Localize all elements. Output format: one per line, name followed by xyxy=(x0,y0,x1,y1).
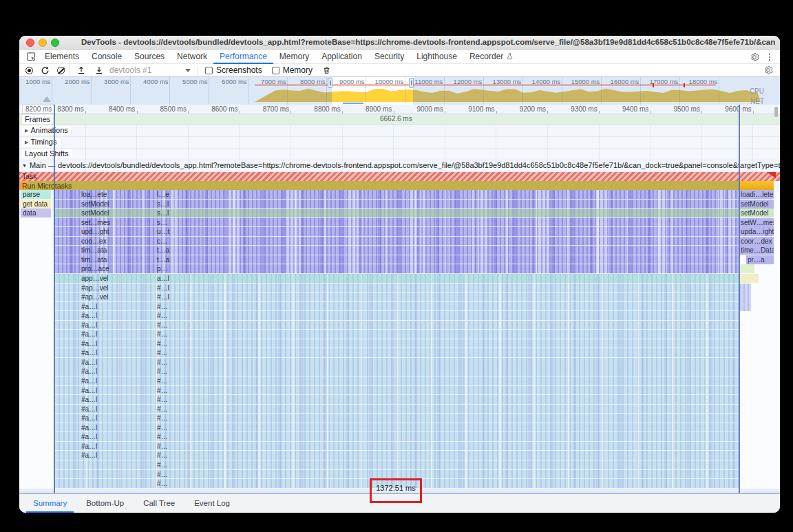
flame-event-bar-right[interactable]: loadi…lete xyxy=(739,190,774,199)
capture-settings-gear-icon[interactable] xyxy=(763,65,773,75)
run-microtasks-event-bar[interactable]: Run Microtasks xyxy=(19,181,780,190)
flame-event-label[interactable]: #a…l xyxy=(81,451,97,460)
flame-event-label[interactable]: #a…l xyxy=(81,432,97,441)
flame-event-bar-left[interactable]: data xyxy=(21,209,51,217)
flame-event-label[interactable]: #… xyxy=(157,432,168,441)
flame-event-bar-right[interactable]: pr…a xyxy=(746,255,774,264)
flame-event-label[interactable]: #… xyxy=(157,367,168,376)
flame-event-label[interactable]: #a…l xyxy=(81,386,97,395)
tab-lighthouse[interactable]: Lighthouse xyxy=(410,50,463,64)
tab-performance[interactable]: Performance xyxy=(213,50,273,64)
zoom-window-button[interactable] xyxy=(51,39,59,47)
flame-event-label[interactable]: #ap…vel xyxy=(81,284,108,292)
flame-event-label[interactable]: app…vel xyxy=(81,274,108,283)
chevron-right-icon[interactable]: ▶ xyxy=(25,126,28,135)
flame-event-label[interactable]: #… xyxy=(157,442,168,451)
flame-event-label[interactable]: #… xyxy=(157,460,168,469)
flame-event-label[interactable]: tim…ata xyxy=(81,255,107,264)
memory-checkbox[interactable] xyxy=(272,65,279,76)
tab-network[interactable]: Network xyxy=(171,50,213,64)
overview-strip[interactable]: CPU NET 1000 ms2000 ms3000 ms4000 ms5000… xyxy=(19,77,780,105)
screenshots-checkbox[interactable] xyxy=(205,65,213,76)
flame-event-label[interactable]: setModel xyxy=(81,200,109,209)
flame-event-label[interactable]: t…a xyxy=(157,255,169,264)
flame-event-label[interactable]: u…t xyxy=(157,227,169,236)
flame-event-label[interactable]: #a…l xyxy=(81,367,97,376)
flame-event-label[interactable]: #ap…vel xyxy=(81,292,108,301)
flame-event-bar-left[interactable]: get data xyxy=(21,200,51,209)
tab-security[interactable]: Security xyxy=(368,50,410,64)
flame-rows-layer[interactable]: parseloa…etel…eloadi…leteget datasetMode… xyxy=(19,190,780,489)
load-profile-icon[interactable] xyxy=(76,65,86,76)
layout-shifts-track-header[interactable]: Layout Shifts xyxy=(22,149,72,158)
tab-console[interactable]: Console xyxy=(85,50,128,64)
flame-event-label[interactable]: #a…l xyxy=(81,348,97,357)
flame-event-label[interactable]: #… xyxy=(157,302,168,311)
flame-event-label[interactable]: #…l xyxy=(157,292,169,301)
flame-event-bar-right[interactable]: setModel xyxy=(739,200,774,209)
flame-event-bar-right[interactable]: upda…ight xyxy=(739,227,774,236)
flame-event-label[interactable]: #… xyxy=(157,330,168,339)
task-event-bar[interactable]: Task xyxy=(19,172,780,182)
tab-sources[interactable]: Sources xyxy=(128,50,171,64)
vertical-scrollbar-thumb[interactable] xyxy=(774,107,778,117)
time-ruler[interactable]: 8200 ms8300 ms8400 ms8500 ms8600 ms8700 … xyxy=(19,105,780,114)
flame-event-label[interactable]: #… xyxy=(157,470,168,479)
chevron-right-icon[interactable]: ▶ xyxy=(25,138,28,147)
minimize-window-button[interactable] xyxy=(39,39,47,47)
flame-event-label[interactable]: #… xyxy=(157,451,168,460)
tab-memory[interactable]: Memory xyxy=(273,50,315,64)
reload-and-record-button[interactable] xyxy=(41,65,50,76)
flame-event-label[interactable]: #… xyxy=(157,321,168,330)
bottom-tab-event-log[interactable]: Event Log xyxy=(187,494,237,513)
frames-track-header[interactable]: Frames xyxy=(22,115,53,124)
tab-recorder[interactable]: Recorder xyxy=(463,50,520,64)
flame-event-label[interactable]: #a…l xyxy=(81,311,97,320)
flame-event-label[interactable]: #… xyxy=(157,339,168,348)
flame-event-label[interactable]: #a…l xyxy=(81,321,97,330)
flame-event-label[interactable]: #a…l xyxy=(81,376,97,385)
animations-track-header[interactable]: ▶Animations xyxy=(22,126,71,135)
flame-event-label[interactable]: #a…l xyxy=(81,414,97,423)
flame-event-label[interactable]: tim…ata xyxy=(81,246,107,255)
flame-event-label[interactable]: set…mes xyxy=(81,218,110,227)
flame-event-label[interactable]: s…l xyxy=(157,209,169,217)
flame-event-label[interactable]: pro…ace xyxy=(81,264,109,273)
main-thread-track-header[interactable]: ▼Main — devtools://devtools/bundled/devt… xyxy=(19,160,780,172)
range-start-line[interactable] xyxy=(54,105,55,493)
flame-event-label[interactable]: a…l xyxy=(157,274,169,283)
clear-button[interactable] xyxy=(57,65,65,76)
flame-event-bar-right[interactable]: coor…dex xyxy=(739,237,774,246)
flame-event-label[interactable]: #a…l xyxy=(81,330,97,339)
flame-event-label[interactable]: #a…l xyxy=(81,405,97,414)
titlebar[interactable]: DevTools - devtools://devtools/bundled/d… xyxy=(19,36,780,50)
flame-event-label[interactable]: loa…ete xyxy=(81,190,107,199)
selection-right-handle[interactable] xyxy=(409,78,414,88)
flame-event-bar-right[interactable]: setModel xyxy=(739,209,774,217)
bottom-tab-bottom-up[interactable]: Bottom-Up xyxy=(79,494,131,513)
flame-event-label[interactable]: #… xyxy=(157,386,168,395)
flame-event-label[interactable]: l…e xyxy=(157,190,169,199)
timings-track[interactable]: ▶Timings xyxy=(19,137,780,149)
range-end-line[interactable] xyxy=(739,105,740,493)
flame-event-label[interactable]: #… xyxy=(157,311,168,320)
frames-track[interactable]: Frames 6662.6 ms xyxy=(19,114,780,125)
flame-event-label[interactable]: s… xyxy=(157,218,167,227)
flame-event-label[interactable]: #a…l xyxy=(81,339,97,348)
flame-event-label[interactable]: s…l xyxy=(157,200,169,209)
flame-event-label[interactable]: setModel xyxy=(81,209,109,217)
chevron-down-icon[interactable]: ▼ xyxy=(22,163,27,168)
flame-event-label[interactable]: #… xyxy=(157,348,168,357)
close-window-button[interactable] xyxy=(26,39,34,47)
flame-chart-panel[interactable]: Frames 6662.6 ms ▶Animations ▶Timings La… xyxy=(19,114,780,493)
save-profile-icon[interactable] xyxy=(94,65,104,76)
kebab-menu-icon[interactable] xyxy=(765,52,774,62)
flame-event-bar-left[interactable]: parse xyxy=(21,190,51,199)
flame-event-label[interactable]: #a…l xyxy=(81,442,97,451)
bottom-tab-call-tree[interactable]: Call Tree xyxy=(136,494,182,513)
flame-event-label[interactable]: coo…ex xyxy=(81,237,107,246)
tab-elements[interactable]: Elements xyxy=(39,50,85,64)
flame-event-label[interactable]: #… xyxy=(157,358,168,367)
flame-event-label[interactable]: #… xyxy=(157,395,168,404)
flame-event-label[interactable]: #a…l xyxy=(81,358,97,367)
